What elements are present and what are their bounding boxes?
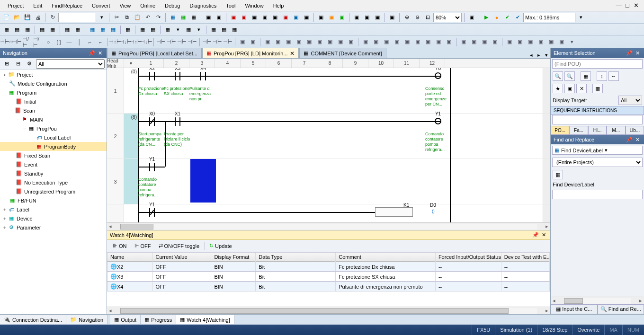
lt-12-icon[interactable]: ▣ — [361, 37, 370, 47]
lt-7-icon[interactable]: ▣ — [304, 37, 314, 47]
tb2-h-icon[interactable]: ▦ — [88, 25, 97, 35]
nav-expand-icon[interactable]: ⊞ — [2, 59, 11, 69]
lt-10-icon[interactable]: ▣ — [336, 37, 345, 47]
watch-toggle-button[interactable]: ⇄ON/OFF toggle — [156, 241, 203, 250]
dropdown2-icon[interactable]: ▾ — [576, 13, 586, 22]
lt-16-icon[interactable]: ▣ — [402, 37, 412, 47]
lt-31-icon[interactable]: ▾ — [567, 37, 577, 47]
saf6-icon[interactable]: ⊣⊢ — [167, 37, 176, 47]
display-target-select[interactable]: All — [618, 96, 642, 105]
rtab-lib[interactable]: Lib... — [626, 126, 644, 135]
print-icon[interactable]: 🖨 — [33, 13, 43, 22]
tree-event[interactable]: 📕Event — [0, 160, 107, 169]
find-device-label-btn[interactable]: Find Device/Label — [561, 148, 603, 153]
undo-icon[interactable]: ↶ — [143, 13, 152, 22]
rbt-4-icon[interactable]: ↕ — [597, 71, 607, 81]
menu-edit[interactable]: Edit — [28, 1, 47, 10]
watch-row-x2[interactable]: 🌐X2 OFF BIN Bit Fc protezione Dx chiusa … — [107, 262, 550, 272]
new-icon[interactable]: 📄 — [2, 13, 11, 22]
saf8-icon[interactable]: ⊣⊢ — [188, 37, 197, 47]
tb-j-icon[interactable]: ▣ — [302, 13, 311, 22]
rbt-1-icon[interactable]: 🔍 — [553, 71, 563, 81]
tb-l-icon[interactable]: ▣ — [327, 13, 336, 22]
refresh-icon[interactable]: ↻ — [48, 13, 57, 22]
rtab-fa[interactable]: Fa... — [569, 126, 588, 135]
menu-project[interactable]: Project — [3, 1, 28, 10]
tree-standby[interactable]: 📕Standby — [0, 169, 107, 178]
af5-icon[interactable]: ⊣⊢ — [202, 37, 212, 47]
rtab-po[interactable]: PO... — [551, 126, 569, 135]
pin-icon[interactable]: 📌 — [87, 50, 97, 56]
caf10-icon[interactable]: ⊣⊢ — [223, 37, 233, 47]
bt-connection[interactable]: 🔌Connection Destina... — [0, 315, 66, 324]
tb-m-icon[interactable]: ▣ — [337, 13, 347, 22]
maximize-icon[interactable]: □ — [624, 2, 631, 9]
bt-watch4[interactable]: ▦Watch 4[Watching] — [176, 315, 234, 324]
tab-comment[interactable]: ▦COMMENT [Device Comment] — [299, 48, 386, 58]
rbt-3-icon[interactable]: ▦ — [581, 71, 591, 81]
tree-project[interactable]: ▪📁Project — [0, 70, 107, 79]
lt-29-icon[interactable]: ▣ — [546, 37, 556, 47]
lt-30-icon[interactable]: ▣ — [557, 37, 566, 47]
contact-y1-r4[interactable]: Y1 — [139, 207, 165, 218]
tree-program[interactable]: −▦Program — [0, 88, 107, 97]
tb2-a-icon[interactable]: ▦ — [2, 25, 11, 35]
find-scope-select[interactable]: (Entire Projects) — [552, 158, 643, 167]
tb2-i-icon[interactable]: ▦ — [98, 25, 107, 35]
rtab-findrep[interactable]: 🔍 Find and Re... — [598, 304, 644, 314]
lt-17-icon[interactable]: ▣ — [413, 37, 422, 47]
tab-close-icon[interactable]: ✕ — [290, 50, 295, 57]
watch-h-scrollbar[interactable]: ◂▸ — [107, 307, 550, 314]
tb-b-icon[interactable]: ▣ — [214, 13, 224, 22]
menu-online[interactable]: Online — [135, 1, 160, 10]
menu-tool[interactable]: Tool — [221, 1, 240, 10]
tree-device[interactable]: +▦Device — [0, 214, 107, 223]
lt-21-icon[interactable]: ▣ — [459, 37, 468, 47]
elem-close-icon[interactable]: ✕ — [634, 50, 641, 56]
menu-debug[interactable]: Debug — [160, 1, 185, 10]
redo-icon[interactable]: ↷ — [153, 13, 163, 22]
lt-11-icon[interactable]: ▣ — [346, 37, 356, 47]
rbt-7-icon[interactable]: ▦ — [592, 84, 603, 93]
lt-3-icon[interactable]: ▣ — [263, 37, 272, 47]
bt-output[interactable]: ▦Output — [110, 315, 141, 324]
read-mode-cell[interactable]: Read Mntr — [107, 59, 124, 68]
tree-main[interactable]: −⚑MAIN — [0, 115, 107, 124]
coil-y0[interactable]: Y0 — [425, 71, 451, 81]
save-icon[interactable]: 💾 — [23, 13, 32, 22]
menu-diagnostics[interactable]: Diagnostics — [185, 1, 221, 10]
fr-opt-icon[interactable]: ▦ — [553, 170, 563, 179]
sf8-icon[interactable]: ⊣↓⊢ — [121, 37, 130, 47]
nav-filter-select[interactable]: All — [36, 59, 105, 69]
f6-icon[interactable]: ⊣/⊢ — [23, 37, 32, 47]
tree-no-exec[interactable]: 📕No Execution Type — [0, 178, 107, 187]
tree-label[interactable]: +🏷Label — [0, 205, 107, 214]
tree-program-body[interactable]: ▦ProgramBody — [0, 142, 107, 151]
rbt-star-icon[interactable]: ★ — [553, 84, 563, 93]
fr-h-scrollbar[interactable]: ◂▸ — [551, 297, 644, 304]
tb2-r-icon[interactable]: ▦ — [209, 25, 218, 35]
lt-20-icon[interactable]: ▣ — [444, 37, 454, 47]
tb-p-icon[interactable]: ▣ — [373, 13, 382, 22]
tree-initial[interactable]: 📕Initial — [0, 97, 107, 106]
lt-15-icon[interactable]: ▣ — [392, 37, 402, 47]
tb-n-icon[interactable]: ▣ — [352, 13, 361, 22]
tree-fbfun[interactable]: ▦FB/FUN — [0, 196, 107, 205]
rbt-2-icon[interactable]: 🔍 — [564, 71, 575, 81]
lt-24-icon[interactable]: ▣ — [490, 37, 500, 47]
rbt-5-icon[interactable]: ↔ — [608, 71, 619, 81]
fr-pin-icon[interactable]: 📌 — [625, 137, 634, 143]
tb2-f-icon[interactable]: ▦ — [63, 25, 72, 35]
tb-h-icon[interactable]: ▣ — [281, 13, 290, 22]
lt-1-icon[interactable]: ▣ — [238, 37, 247, 47]
tb2-m-icon[interactable]: ▦ — [148, 25, 158, 35]
tb-r-icon[interactable]: ▣ — [467, 13, 476, 22]
close-icon[interactable]: ✕ — [633, 2, 639, 9]
cut-icon[interactable]: ✂ — [112, 13, 121, 22]
tb2-n-icon[interactable]: ▦ — [163, 25, 172, 35]
lt-13-icon[interactable]: ▣ — [371, 37, 381, 47]
lt-6-icon[interactable]: ▣ — [294, 37, 304, 47]
watch-off-button[interactable]: ⊩OFF — [132, 241, 154, 250]
search-input[interactable] — [58, 13, 96, 22]
tb2-k-icon[interactable]: ▦ — [123, 25, 133, 35]
